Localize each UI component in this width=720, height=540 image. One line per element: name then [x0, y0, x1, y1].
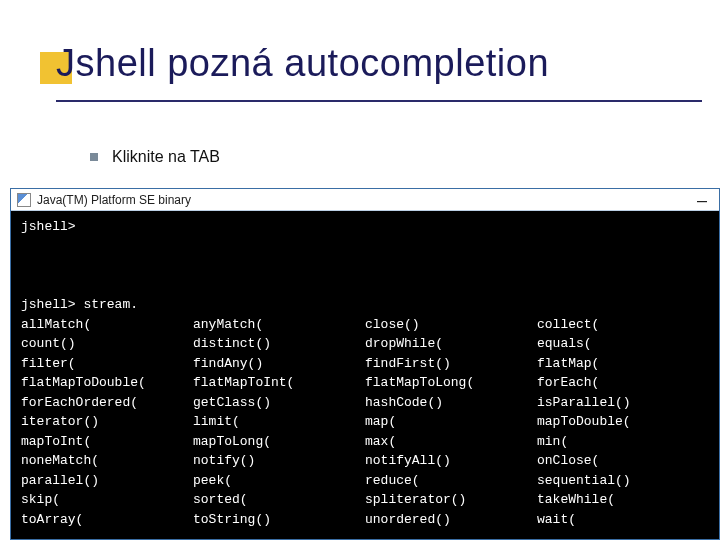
app-window: Java(TM) Platform SE binary – jshell> js… — [10, 188, 720, 540]
completion-item[interactable]: sorted( — [193, 490, 365, 510]
completion-row: flatMapToDouble(flatMapToInt(flatMapToLo… — [21, 373, 709, 393]
completion-item[interactable]: toString() — [193, 510, 365, 530]
bullet-icon — [90, 153, 98, 161]
completion-item[interactable]: flatMapToLong( — [365, 373, 537, 393]
completion-row: skip(sorted(spliterator()takeWhile( — [21, 490, 709, 510]
completion-row: filter(findAny()findFirst()flatMap( — [21, 354, 709, 374]
completion-item[interactable]: count() — [21, 334, 193, 354]
completion-row: count()distinct()dropWhile(equals( — [21, 334, 709, 354]
completion-item[interactable]: dropWhile( — [365, 334, 537, 354]
titlebar[interactable]: Java(TM) Platform SE binary – — [11, 189, 719, 211]
bullet-text: Kliknite na TAB — [112, 148, 220, 166]
completion-item[interactable]: equals( — [537, 334, 709, 354]
completion-item[interactable]: isParallel() — [537, 393, 709, 413]
completion-row: allMatch(anyMatch(close()collect( — [21, 315, 709, 335]
completion-item[interactable]: forEachOrdered( — [21, 393, 193, 413]
prompt-line: jshell> — [21, 217, 709, 237]
completion-item[interactable]: findAny() — [193, 354, 365, 374]
completion-item[interactable]: notify() — [193, 451, 365, 471]
completion-item[interactable]: spliterator() — [365, 490, 537, 510]
completion-item[interactable]: flatMapToInt( — [193, 373, 365, 393]
completion-item[interactable]: mapToInt( — [21, 432, 193, 452]
completion-item[interactable]: max( — [365, 432, 537, 452]
completion-row: iterator()limit(map(mapToDouble( — [21, 412, 709, 432]
completion-item[interactable]: getClass() — [193, 393, 365, 413]
completion-item[interactable]: parallel() — [21, 471, 193, 491]
slide-title: Jshell pozná autocompletion — [56, 42, 690, 85]
completion-row: toArray(toString()unordered()wait( — [21, 510, 709, 530]
completion-item[interactable]: map( — [365, 412, 537, 432]
completion-item[interactable]: sequential() — [537, 471, 709, 491]
title-underline — [56, 100, 702, 102]
completion-item[interactable]: mapToDouble( — [537, 412, 709, 432]
completion-item[interactable]: findFirst() — [365, 354, 537, 374]
completion-item[interactable]: filter( — [21, 354, 193, 374]
input-line: jshell> stream. — [21, 295, 709, 315]
completion-row: parallel()peek(reduce(sequential() — [21, 471, 709, 491]
completion-item[interactable]: mapToLong( — [193, 432, 365, 452]
completion-row: mapToInt(mapToLong(max(min( — [21, 432, 709, 452]
blank-line — [21, 529, 709, 539]
completion-item[interactable]: noneMatch( — [21, 451, 193, 471]
completion-item[interactable]: reduce( — [365, 471, 537, 491]
minimize-button[interactable]: – — [691, 195, 713, 205]
completion-item[interactable]: skip( — [21, 490, 193, 510]
completion-item[interactable]: forEach( — [537, 373, 709, 393]
completion-item[interactable]: wait( — [537, 510, 709, 530]
completion-item[interactable]: collect( — [537, 315, 709, 335]
completion-item[interactable]: flatMapToDouble( — [21, 373, 193, 393]
bullet-row: Kliknite na TAB — [90, 148, 220, 166]
completion-item[interactable]: iterator() — [21, 412, 193, 432]
completion-row: forEachOrdered(getClass()hashCode()isPar… — [21, 393, 709, 413]
window-title: Java(TM) Platform SE binary — [37, 193, 191, 207]
completion-row: noneMatch(notify()notifyAll()onClose( — [21, 451, 709, 471]
completion-item[interactable]: limit( — [193, 412, 365, 432]
completion-item[interactable]: peek( — [193, 471, 365, 491]
completion-item[interactable]: distinct() — [193, 334, 365, 354]
blank-line — [21, 256, 709, 276]
completion-item[interactable]: onClose( — [537, 451, 709, 471]
completion-item[interactable]: toArray( — [21, 510, 193, 530]
completion-item[interactable]: notifyAll() — [365, 451, 537, 471]
slide-title-area: Jshell pozná autocompletion — [56, 42, 690, 85]
terminal[interactable]: jshell> jshell> stream.allMatch(anyMatch… — [11, 211, 719, 539]
completion-item[interactable]: close() — [365, 315, 537, 335]
completion-item[interactable]: unordered() — [365, 510, 537, 530]
java-icon — [17, 193, 31, 207]
completion-item[interactable]: hashCode() — [365, 393, 537, 413]
completion-item[interactable]: anyMatch( — [193, 315, 365, 335]
completion-item[interactable]: allMatch( — [21, 315, 193, 335]
completion-item[interactable]: takeWhile( — [537, 490, 709, 510]
completion-item[interactable]: flatMap( — [537, 354, 709, 374]
completion-item[interactable]: min( — [537, 432, 709, 452]
